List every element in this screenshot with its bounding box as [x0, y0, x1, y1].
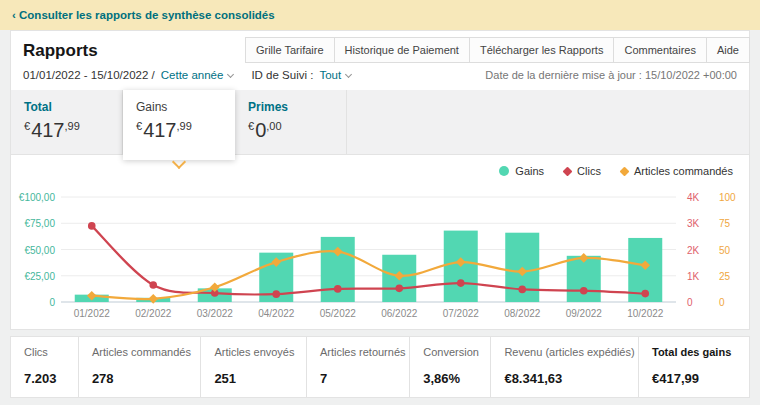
last-update-text: Date de la dernière mise à jour : 15/10/…	[485, 69, 737, 81]
card-value: €417,99	[136, 119, 235, 142]
table-col-value: 7	[320, 371, 409, 386]
bar-09/2022[interactable]	[567, 256, 601, 302]
x-axis-labels: 01/202202/202203/202204/202205/202206/20…	[61, 308, 676, 319]
card-value: €0,00	[248, 119, 346, 142]
axis-tick: 75	[719, 218, 730, 229]
x-axis-label: 05/2022	[307, 308, 369, 319]
tab-0[interactable]: Grille Tarifaire	[245, 37, 335, 63]
chart-legend: GainsClicsArticles commandés	[499, 165, 733, 177]
card-gains[interactable]: Gains€417,99	[123, 90, 235, 160]
consolidated-reports-banner: ‹ Consulter les rapports de synthèse con…	[0, 0, 760, 30]
point-04/2022[interactable]	[272, 290, 280, 298]
card-label: Primes	[248, 100, 346, 114]
axis-euro: €100,00€75,00€50,00€25,000	[11, 197, 55, 302]
point-08/2022[interactable]	[518, 286, 526, 294]
table-col-value: 278	[92, 371, 201, 386]
card-label: Total	[24, 100, 122, 114]
x-axis-label: 01/2022	[61, 308, 123, 319]
chevron-down-icon	[227, 71, 234, 78]
summary-table: Clics7.203Articles commandés278Articles …	[10, 336, 750, 398]
axis-tick: 25	[719, 270, 730, 281]
tab-2[interactable]: Télécharger les Rapports	[469, 37, 615, 63]
point-07/2022[interactable]	[457, 279, 465, 287]
page-title: Rapports	[23, 35, 98, 61]
point-05/2022[interactable]	[334, 285, 342, 293]
axis-clics: 4K3K2K1K0	[687, 197, 713, 302]
x-axis-label: 03/2022	[184, 308, 246, 319]
table-col-header: Articles retournés	[320, 346, 409, 358]
table-col-0: Clics7.203	[11, 337, 79, 397]
axis-tick: €50,00	[24, 244, 55, 255]
chevron-down-icon	[345, 71, 352, 78]
x-axis-label: 10/2022	[615, 308, 677, 319]
table-col-header: Clics	[24, 346, 78, 358]
axis-tick: 4K	[687, 192, 699, 203]
chart-canvas	[61, 197, 676, 302]
x-axis-label: 08/2022	[492, 308, 554, 319]
table-col-4: Conversion3,86%	[410, 337, 491, 397]
point-02/2022[interactable]	[149, 281, 157, 289]
chart-plot[interactable]	[61, 197, 676, 302]
card-label: Gains	[136, 100, 235, 114]
table-col-6: Total des gains€417,99	[639, 337, 749, 397]
legend-label: Articles commandés	[634, 165, 733, 177]
axis-tick: 3K	[687, 218, 699, 229]
table-col-header: Articles commandés	[92, 346, 201, 358]
table-col-2: Articles envoyés251	[201, 337, 307, 397]
diamond-marker-icon	[563, 166, 573, 176]
axis-tick: 1K	[687, 270, 699, 281]
consolidated-reports-link[interactable]: ‹ Consulter les rapports de synthèse con…	[12, 9, 275, 21]
table-col-5: Revenu (articles expédiés)€8.341,63	[491, 337, 639, 397]
axis-tick: 100	[719, 192, 736, 203]
table-col-value: €8.341,63	[504, 371, 638, 386]
legend-item-clics[interactable]: Clics	[564, 165, 601, 177]
x-axis-label: 04/2022	[246, 308, 308, 319]
table-col-value: 251	[214, 371, 306, 386]
table-col-value: €417,99	[652, 371, 749, 386]
x-axis-label: 09/2022	[553, 308, 615, 319]
table-col-1: Articles commandés278	[79, 337, 202, 397]
table-col-header: Articles envoyés	[214, 346, 306, 358]
tracking-id-dropdown[interactable]: Tout	[319, 69, 351, 81]
x-axis-label: 06/2022	[369, 308, 431, 319]
card-primes[interactable]: Primes€0,00	[235, 90, 347, 154]
card-value: €417,99	[24, 119, 122, 142]
axis-articles: 1007550250	[719, 197, 745, 302]
point-09/2022[interactable]	[580, 287, 588, 295]
date-preset-dropdown[interactable]: Cette année	[161, 69, 234, 81]
legend-item-articles-commandés[interactable]: Articles commandés	[621, 165, 733, 177]
x-axis-label: 07/2022	[430, 308, 492, 319]
tracking-id-label: ID de Suivi :	[251, 69, 313, 81]
x-axis-label: 02/2022	[123, 308, 185, 319]
line-clics	[92, 226, 646, 295]
table-col-header: Revenu (articles expédiés)	[504, 346, 638, 358]
axis-tick: 50	[719, 244, 730, 255]
axis-tick: 0	[719, 297, 725, 308]
diamond-marker-icon	[620, 166, 630, 176]
summary-cards: Total€417,99Gains€417,99Primes€0,00	[10, 90, 750, 154]
date-range-label: 01/01/2022 - 15/10/2022 /	[23, 69, 155, 81]
circle-marker-icon	[499, 166, 509, 176]
tab-3[interactable]: Commentaires	[613, 37, 707, 63]
axis-tick: 2K	[687, 244, 699, 255]
axis-tick: 0	[49, 297, 55, 308]
legend-item-gains[interactable]: Gains	[499, 165, 544, 177]
card-total[interactable]: Total€417,99	[11, 90, 123, 154]
tab-1[interactable]: Historique de Paiement	[334, 37, 470, 63]
chart-section: GainsClicsArticles commandés €100,00€75,…	[10, 154, 750, 330]
legend-label: Clics	[577, 165, 601, 177]
table-col-header: Conversion	[423, 346, 490, 358]
point-06/2022[interactable]	[395, 285, 403, 293]
axis-tick: €25,00	[24, 270, 55, 281]
point-10/2022[interactable]	[641, 290, 649, 298]
report-tabs: Grille TarifaireHistorique de PaiementTé…	[246, 37, 750, 63]
table-col-header: Total des gains	[652, 346, 749, 358]
tab-4[interactable]: Aide	[706, 37, 750, 63]
axis-tick: €100,00	[19, 192, 55, 203]
legend-label: Gains	[515, 165, 544, 177]
axis-tick: €75,00	[24, 218, 55, 229]
report-header-panel: Rapports Grille TarifaireHistorique de P…	[10, 30, 750, 90]
point-01/2022[interactable]	[88, 222, 96, 230]
table-col-value: 3,86%	[423, 371, 490, 386]
table-col-value: 7.203	[24, 371, 78, 386]
